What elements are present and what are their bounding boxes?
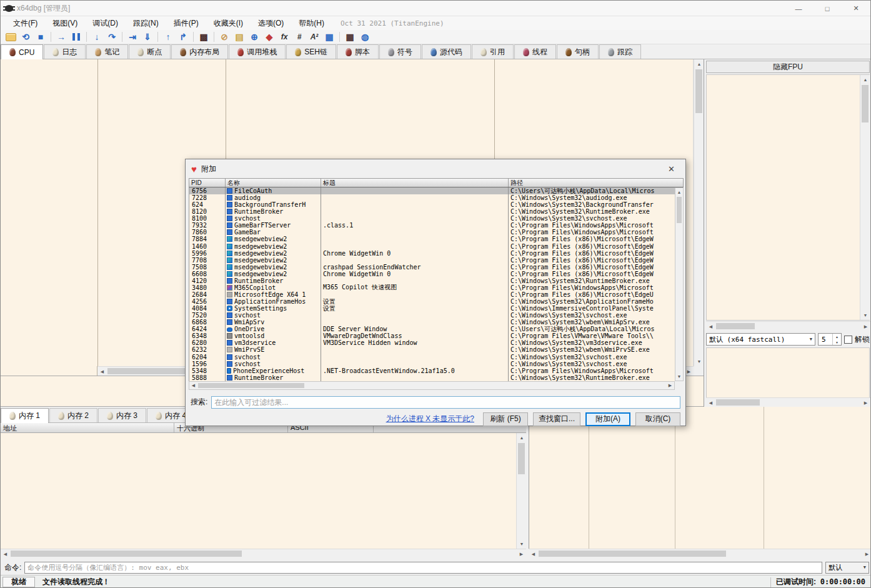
process-row[interactable]: 1460 msedgewebview2 C:\Program Files (x8… (189, 243, 684, 250)
command-profile-select[interactable]: 默认 ▼ (825, 562, 869, 574)
process-row[interactable]: 8120 RuntimeBroker C:\Windows\System32\R… (189, 208, 684, 215)
scroll-down-icon[interactable]: ▼ (675, 372, 683, 381)
scroll-right-icon[interactable]: ▶ (861, 322, 870, 331)
registers-view[interactable] (706, 74, 870, 321)
internet-icon[interactable]: ◍ (357, 31, 372, 44)
spin-down-icon[interactable]: ▼ (833, 339, 841, 345)
scroll-left-icon[interactable]: ◀ (189, 382, 197, 389)
why-process-missing-link[interactable]: 为什么进程 X 未显示于此? (386, 414, 474, 424)
run-to-cursor-icon[interactable]: ⇥ (125, 31, 140, 44)
tab-memory-map[interactable]: 内存布局 (171, 44, 228, 59)
memory-tab-2[interactable]: 内存 2 (49, 408, 97, 422)
process-row[interactable]: 4120 RuntimeBroker C:\Windows\System32\R… (189, 277, 684, 284)
process-row[interactable]: 7932 GameBarFTServer .class.1 C:\Program… (189, 222, 684, 229)
tab-seh[interactable]: SEH链 (286, 44, 336, 59)
tab-cpu[interactable]: CPU (1, 44, 43, 59)
dialog-title-bar[interactable]: ♥ 附加 ✕ (186, 159, 685, 178)
step-over-icon[interactable]: ↷ (104, 31, 119, 44)
menu-item[interactable]: 视图(V) (45, 16, 85, 31)
tab-script[interactable]: 脚本 (337, 44, 379, 59)
fx-icon[interactable]: fx (277, 31, 292, 44)
unlock-checkbox[interactable] (844, 336, 852, 344)
argument-count-stepper[interactable]: 5 ▲ ▼ (818, 333, 842, 346)
process-row[interactable]: 5996 msedgewebview2 Chrome_WidgetWin_0 C… (189, 250, 684, 257)
process-row[interactable]: 6280 vm3dservice VM3DService Hidden wind… (189, 339, 684, 346)
step-into-icon[interactable]: ↓ (89, 31, 104, 44)
process-row[interactable]: 4084 SystemSettings 设置 C:\Windows\Immers… (189, 305, 684, 312)
process-row[interactable]: 7228 audiodg C:\Windows\System32\audiodg… (189, 194, 684, 201)
menu-item[interactable]: 跟踪(N) (126, 16, 166, 31)
calling-convention-select[interactable]: 默认 (x64 fastcall) ▼ (706, 333, 815, 346)
scroll-thumb[interactable] (518, 443, 525, 474)
tab-handles[interactable]: 句柄 (557, 44, 599, 59)
tab-symbols[interactable]: 符号 (379, 44, 421, 59)
command-input[interactable] (24, 562, 822, 574)
arguments-view[interactable] (706, 347, 870, 398)
process-row[interactable]: 6348 vmtoolsd VMwareDragDetWndClass C:\P… (189, 332, 684, 339)
scroll-right-icon[interactable]: ▶ (517, 549, 526, 559)
column-path[interactable]: 路径 (509, 179, 683, 187)
menu-item[interactable]: 选项(O) (251, 16, 291, 31)
strings-icon[interactable]: A² (307, 31, 322, 44)
pause-icon[interactable] (69, 31, 84, 44)
tab-references[interactable]: 引用 (472, 44, 514, 59)
process-row[interactable]: 8100 svchost C:\Windows\System32\svchost… (189, 215, 684, 222)
tab-trace[interactable]: 跟踪 (599, 44, 641, 59)
search-input[interactable] (211, 396, 680, 409)
process-row[interactable]: 7508 msedgewebview2 crashpad_SessionEndW… (189, 264, 684, 271)
menu-item[interactable]: 插件(P) (166, 16, 206, 31)
stop-icon[interactable]: ■ (33, 31, 48, 44)
tab-notes[interactable]: 笔记 (86, 44, 128, 59)
menu-item[interactable]: 文件(F) (6, 16, 45, 31)
run-to-user-code-icon[interactable]: ↱ (176, 31, 191, 44)
process-row[interactable]: 6424 OneDrive DDE Server Window C:\Users… (189, 326, 684, 332)
separator[interactable] (155, 31, 161, 44)
scroll-left-icon[interactable]: ◀ (97, 367, 107, 376)
scroll-left-icon[interactable]: ◀ (706, 322, 715, 331)
tab-source[interactable]: 源代码 (422, 44, 471, 59)
process-row[interactable]: 4256 ApplicationFrameHos 设置 C:\Windows\S… (189, 298, 684, 305)
scroll-left-icon[interactable]: ◀ (529, 549, 538, 559)
process-row[interactable]: 6204 svchost C:\Windows\System32\svchost… (189, 354, 684, 361)
scroll-down-icon[interactable]: ▼ (694, 357, 704, 366)
run-icon[interactable]: → (54, 31, 69, 44)
registers-vscrollbar[interactable]: ▲ ▼ (860, 75, 870, 320)
process-row[interactable]: 6232 WmiPrvSE C:\Windows\System32\wbem\W… (189, 346, 684, 353)
scroll-thumb[interactable] (198, 383, 304, 388)
scroll-thumb[interactable] (695, 69, 702, 113)
process-row[interactable]: 2684 MicrosoftEdge_X64_1 C:\Program File… (189, 291, 684, 298)
separator[interactable] (119, 31, 125, 44)
scroll-up-icon[interactable]: ▲ (694, 59, 704, 69)
calculator-icon[interactable]: ▦ (322, 31, 337, 44)
scroll-right-icon[interactable]: ▶ (666, 382, 674, 389)
scroll-down-icon[interactable]: ▼ (860, 311, 870, 320)
scroll-right-icon[interactable]: ▶ (862, 549, 871, 559)
comments-icon[interactable]: ▤ (232, 31, 247, 44)
memory-map-icon[interactable]: ▦ (342, 31, 357, 44)
process-row[interactable]: 1596 svchost C:\Windows\System32\svchost… (189, 361, 684, 367)
registers-hscrollbar[interactable]: ◀ ▶ (706, 321, 870, 331)
dump-vscrollbar[interactable]: ▲ ▼ (516, 433, 526, 549)
scroll-thumb[interactable] (11, 551, 242, 557)
separator[interactable] (48, 31, 54, 44)
hide-fpu-button[interactable]: 隐藏FPU (706, 61, 870, 73)
find-window-button[interactable]: 查找窗口... (533, 412, 580, 426)
restart-icon[interactable]: ⟲ (18, 31, 33, 44)
stack-pane[interactable] (529, 407, 871, 549)
memory-tab-1[interactable]: 内存 1 (1, 408, 49, 423)
dump-column-address[interactable]: 地址 (1, 423, 174, 432)
scroll-thumb[interactable] (539, 551, 726, 557)
step-down-icon[interactable]: ⇓ (140, 31, 155, 44)
scroll-up-icon[interactable]: ▲ (860, 75, 870, 84)
scroll-thumb[interactable] (716, 399, 760, 406)
cancel-button[interactable]: 取消(C) (635, 412, 680, 426)
scroll-left-icon[interactable]: ◀ (706, 398, 715, 407)
open-file-icon[interactable] (3, 31, 18, 44)
close-button[interactable]: ✕ (842, 1, 870, 16)
scroll-left-icon[interactable]: ◀ (1, 549, 10, 559)
process-row[interactable]: 6608 msedgewebview2 Chrome_WidgetWin_0 C… (189, 271, 684, 277)
scroll-up-icon[interactable]: ▲ (517, 433, 527, 442)
labels-icon[interactable]: # (292, 31, 307, 44)
process-row[interactable]: 6756 FileCoAuth C:\Users\可达鸭小栈\AppData\L… (189, 187, 684, 194)
arguments-hscrollbar[interactable]: ◀ ▶ (706, 397, 870, 407)
